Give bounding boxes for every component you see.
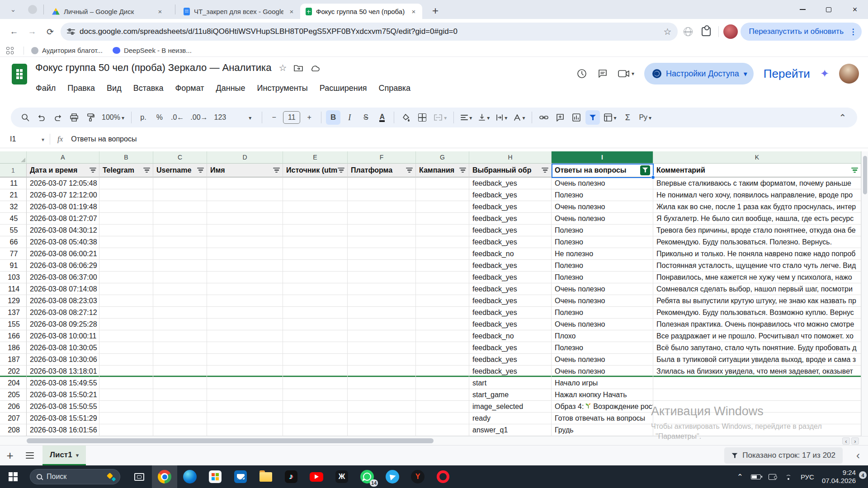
site-settings-icon[interactable] (67, 28, 75, 35)
column-letter-C[interactable]: C (153, 151, 207, 164)
cell-D205[interactable] (207, 389, 283, 401)
cell-H205[interactable]: start_game (469, 389, 552, 401)
horizontal-scrollbar[interactable]: ‹ › (0, 436, 868, 445)
cell-H91[interactable]: feedback_yes (469, 260, 552, 272)
cell-H202[interactable]: feedback_yes (469, 366, 552, 377)
active-filter-icon[interactable] (640, 165, 650, 175)
cell-G32[interactable] (416, 201, 469, 213)
print-icon[interactable] (67, 110, 81, 125)
column-header-I[interactable]: Ответы на вопросы (552, 164, 653, 178)
scroll-right-icon[interactable]: › (851, 437, 859, 445)
column-header-B[interactable]: Telegram (99, 164, 153, 178)
taskbar-whatsapp[interactable]: 14 (354, 465, 380, 488)
bold-button[interactable]: B (326, 110, 340, 125)
row-number[interactable]: 55 (0, 225, 27, 236)
cell-G55[interactable] (416, 225, 469, 236)
add-sheet-button[interactable] (0, 449, 20, 463)
cell-G137[interactable] (416, 307, 469, 319)
cell-F129[interactable] (348, 295, 416, 307)
row-number[interactable]: 208 (0, 424, 27, 436)
cell-A166[interactable]: 2026-03-08 10:00:11 (27, 330, 99, 342)
tab-google-docs[interactable]: ЧТ_закреп для всех - Google Д (178, 4, 300, 19)
column-header-E[interactable]: Источник (utm (283, 164, 348, 178)
menu-tools[interactable]: Инструменты (251, 81, 314, 96)
cell-C21[interactable] (153, 189, 207, 201)
cell-G77[interactable] (416, 248, 469, 260)
account-avatar[interactable] (839, 64, 859, 84)
browser-menu-kebab-icon[interactable] (847, 27, 859, 37)
cell-G207[interactable] (416, 413, 469, 424)
toolbar-search-icon[interactable] (18, 110, 33, 125)
cell-C55[interactable] (153, 225, 207, 236)
taskbar-edge[interactable] (177, 465, 203, 488)
row-number[interactable]: 45 (0, 213, 27, 225)
cell-H187[interactable]: feedback_yes (469, 354, 552, 366)
cell-K205[interactable] (653, 389, 861, 401)
cell-K21[interactable]: Не понимал чего хочу, появилось направле… (653, 189, 861, 201)
cell-H55[interactable]: feedback_yes (469, 225, 552, 236)
apps-grid-icon[interactable] (6, 47, 14, 54)
row-number[interactable]: 1 (0, 164, 27, 178)
cell-A66[interactable]: 2026-03-08 05:40:38 (27, 236, 99, 248)
filter-button-icon[interactable] (406, 168, 413, 173)
cell-K155[interactable]: Полезная практика. Очень понравилось что… (653, 319, 861, 330)
cell-E208[interactable] (283, 424, 348, 436)
cell-D21[interactable] (207, 189, 283, 201)
cell-G45[interactable] (416, 213, 469, 225)
column-header-K[interactable]: Комментарий (653, 164, 861, 178)
taskbar-yandex[interactable]: Y (405, 465, 430, 488)
menu-help[interactable]: Справка (373, 81, 416, 96)
cell-B129[interactable] (99, 295, 153, 307)
cell-G208[interactable] (416, 424, 469, 436)
cell-F202[interactable] (348, 366, 416, 377)
cell-B55[interactable] (99, 225, 153, 236)
cell-I206[interactable]: Образ 4: Возрождение ростка (552, 401, 653, 413)
cell-E66[interactable] (283, 236, 348, 248)
taskbar-search-input[interactable]: Поиск (30, 469, 120, 484)
taskbar-opera[interactable] (430, 465, 456, 488)
cell-B45[interactable] (99, 213, 153, 225)
filter-button-icon[interactable] (197, 168, 204, 173)
document-title[interactable]: Фокус группа 50 чел (проба) Зеркало — Ан… (35, 62, 271, 74)
cell-E45[interactable] (283, 213, 348, 225)
cell-H207[interactable]: ready (469, 413, 552, 424)
cell-G129[interactable] (416, 295, 469, 307)
meet-camera-icon[interactable] (618, 69, 634, 78)
taskbar-microsoft-store[interactable] (203, 465, 228, 488)
cell-F187[interactable] (348, 354, 416, 366)
redo-icon[interactable] (51, 110, 65, 125)
cell-K208[interactable] (653, 424, 861, 436)
cell-K204[interactable] (653, 377, 861, 389)
cell-I114[interactable]: Очень полезно (552, 283, 653, 295)
filter-button-icon[interactable] (143, 168, 150, 173)
cell-D204[interactable] (207, 377, 283, 389)
cell-B155[interactable] (99, 319, 153, 330)
bookmark-star-icon[interactable] (664, 26, 672, 37)
font-select[interactable] (243, 110, 257, 125)
cell-F207[interactable] (348, 413, 416, 424)
vertical-scrollbar[interactable] (861, 151, 868, 436)
cell-K129[interactable]: Ребята вы выпустили крутую штуку, не зна… (653, 295, 861, 307)
cell-F137[interactable] (348, 307, 416, 319)
menu-data[interactable]: Данные (210, 81, 251, 96)
share-dropdown-icon[interactable] (744, 70, 747, 78)
row-number[interactable]: 155 (0, 319, 27, 330)
cell-C32[interactable] (153, 201, 207, 213)
cell-I208[interactable]: Грудь (552, 424, 653, 436)
cell-K66[interactable]: Рекомендую. Буду пользоваться. Полезно. … (653, 236, 861, 248)
cell-I202[interactable]: Очень полезно (552, 366, 653, 377)
column-header-A[interactable]: Дата и время (27, 164, 99, 178)
cell-H206[interactable]: image_selected (469, 401, 552, 413)
cell-K166[interactable]: Все раздражает и не прошло. Росчитывал ч… (653, 330, 861, 342)
cell-G205[interactable] (416, 389, 469, 401)
increase-font-size-button[interactable]: + (302, 110, 316, 125)
cell-E155[interactable] (283, 319, 348, 330)
row-number[interactable]: 206 (0, 401, 27, 413)
cell-B11[interactable] (99, 178, 153, 189)
cell-K55[interactable]: Тревога без причины, вроде стало понятне… (653, 225, 861, 236)
sheets-logo-icon[interactable] (12, 64, 27, 84)
cell-E207[interactable] (283, 413, 348, 424)
cell-K137[interactable]: Рекомендую. Буду пользоваться. Возможно … (653, 307, 861, 319)
cell-F21[interactable] (348, 189, 416, 201)
cell-I21[interactable]: Полезно (552, 189, 653, 201)
